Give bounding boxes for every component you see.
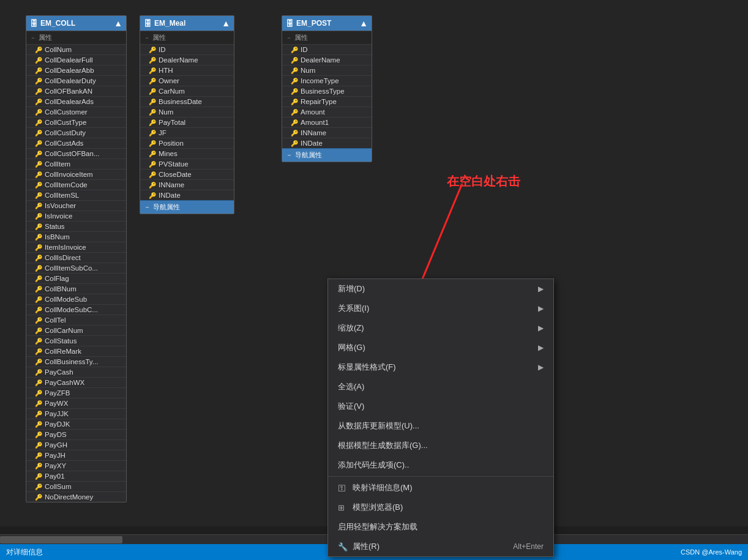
menu-item-add-code-gen[interactable]: 添加代码生成项(C).. <box>328 455 553 475</box>
db-icon: 🗄 <box>30 19 38 28</box>
field-paygh: 🔑PayGH <box>26 439 126 450</box>
meal-field-dealername: 🔑DealerName <box>140 54 234 65</box>
field-colldealearads: 🔑CollDealearAds <box>26 96 126 106</box>
meal-field-indate: 🔑INDate <box>140 190 234 200</box>
field-collitemcode: 🔑CollItemCode <box>26 179 126 190</box>
field-isvoucher: 🔑IsVoucher <box>26 200 126 211</box>
meal-field-mines: 🔑Mines <box>140 148 234 159</box>
db-icon-post: 🗄 <box>286 19 294 28</box>
field-collmodesubc: 🔑CollModeSubC... <box>26 304 126 315</box>
scroll-thumb[interactable] <box>0 536 122 543</box>
meal-field-num: 🔑Num <box>140 106 234 117</box>
collapse-post-icon[interactable]: ▲ <box>359 18 368 28</box>
meal-field-id: 🔑ID <box>140 44 234 54</box>
db-icon-meal: 🗄 <box>144 19 152 28</box>
collapse-meal-icon[interactable]: ▲ <box>222 18 230 28</box>
field-collbnum: 🔑CollBNum <box>26 283 126 294</box>
field-collcusttype: 🔑CollCustType <box>26 117 126 127</box>
field-colldealearabb: 🔑CollDealearAbb <box>26 65 126 75</box>
meal-field-position: 🔑Position <box>140 138 234 148</box>
field-paywx: 🔑PayWX <box>26 398 126 408</box>
field-collcustads: 🔑CollCustAds <box>26 138 126 148</box>
field-payzfb: 🔑PayZFB <box>26 387 126 398</box>
post-field-dealername: 🔑DealerName <box>282 54 372 65</box>
field-itemisinvoice: 🔑ItemIsInvoice <box>26 242 126 252</box>
post-field-num: 🔑Num <box>282 65 372 75</box>
post-field-id: 🔑ID <box>282 44 372 54</box>
field-isbnum: 🔑IsBNum <box>26 231 126 242</box>
field-nodirectmoney: 🔑NoDirectMoney <box>26 491 126 502</box>
field-payxy: 🔑PayXY <box>26 460 126 471</box>
meal-field-closedate: 🔑CloseDate <box>140 169 234 179</box>
menu-item-add[interactable]: 新增(D) ▶ <box>328 279 553 299</box>
post-field-amount1: 🔑Amount1 <box>282 117 372 127</box>
field-collstatus: 🔑CollStatus <box>26 335 126 346</box>
menu-separator-1 <box>328 476 553 477</box>
menu-item-zoom[interactable]: 缩放(Z) ▶ <box>328 318 553 338</box>
menu-item-grid[interactable]: 网格(G) ▶ <box>328 338 553 357</box>
post-field-incometype: 🔑IncomeType <box>282 75 372 86</box>
post-field-indate: 🔑INDate <box>282 138 372 148</box>
submenu-arrow-zoom: ▶ <box>538 324 544 332</box>
field-collremark: 🔑CollReMark <box>26 346 126 356</box>
field-paycashwx: 🔑PayCashWX <box>26 377 126 387</box>
map-icon: ⚿ <box>338 483 348 493</box>
menu-item-selectall[interactable]: 全选(A) <box>328 377 553 397</box>
field-collbusinessty: 🔑CollBusinessTy... <box>26 356 126 367</box>
field-collcustduty: 🔑CollCustDuty <box>26 127 126 138</box>
status-right: CSDN @Ares-Wang <box>681 548 742 556</box>
post-field-inname: 🔑INName <box>282 127 372 138</box>
field-colflag: 🔑ColFlag <box>26 273 126 283</box>
menu-item-lightweight[interactable]: 启用轻型解决方案加载 <box>328 517 553 537</box>
meal-field-carnum: 🔑CarNum <box>140 86 234 96</box>
em-post-title: EM_POST <box>296 19 331 28</box>
field-colltel: 🔑CollTel <box>26 315 126 325</box>
em-meal-attr-section: － 属性 <box>140 31 234 44</box>
field-paydjk: 🔑PayDJK <box>26 419 126 429</box>
menu-item-model-browser[interactable]: ⊞ 模型浏览器(B) <box>328 498 553 517</box>
field-collnum: 🔑CollNum <box>26 44 126 54</box>
menu-item-update-from-db[interactable]: 从数据库更新模型(U)... <box>328 416 553 436</box>
field-collmodesub: 🔑CollModeSub <box>26 294 126 304</box>
em-meal-header[interactable]: 🗄 EM_Meal ▲ <box>140 16 234 31</box>
status-left: 对详细信息 <box>6 547 43 558</box>
menu-item-mapping[interactable]: ⚿ 映射详细信息(M) <box>328 478 553 498</box>
em-post-attr-section: － 属性 <box>282 31 372 44</box>
post-field-businesstype: 🔑BusinessType <box>282 86 372 96</box>
collapse-icon[interactable]: ▲ <box>114 18 122 28</box>
post-field-repairtype: 🔑RepairType <box>282 96 372 106</box>
em-coll-header[interactable]: 🗄 EM_COLL ▲ <box>26 16 126 31</box>
menu-item-properties[interactable]: 🔧 属性(R) Alt+Enter <box>328 537 553 556</box>
em-coll-card: 🗄 EM_COLL ▲ － 属性 🔑CollNum 🔑CollDealearFu… <box>26 15 127 502</box>
meal-field-inname: 🔑INName <box>140 179 234 190</box>
em-post-nav-section: － 导航属性 <box>282 148 372 162</box>
em-post-header[interactable]: 🗄 EM_POST ▲ <box>282 16 372 31</box>
field-collcarnum: 🔑CollCarNum <box>26 325 126 335</box>
field-collddealearduty: 🔑CollDealearDuty <box>26 75 126 86</box>
menu-item-format[interactable]: 标显属性格式(F) ▶ <box>328 357 553 377</box>
meal-field-pvstatue: 🔑PVStatue <box>140 159 234 169</box>
field-collcustofban: 🔑CollCustOFBan... <box>26 148 126 159</box>
em-coll-attr-section: － 属性 <box>26 31 126 44</box>
field-status: 🔑Status <box>26 221 126 231</box>
field-collofbankan: 🔑CollOFBankAN <box>26 86 126 96</box>
field-collcustomer: 🔑CollCustomer <box>26 106 126 117</box>
field-collsum: 🔑CollSum <box>26 481 126 491</box>
menu-item-validate[interactable]: 验证(V) <box>328 397 553 416</box>
field-pay01: 🔑Pay01 <box>26 471 126 481</box>
status-text: 对详细信息 <box>6 547 43 558</box>
field-payjjk: 🔑PayJJK <box>26 408 126 419</box>
field-collisdirect: 🔑CollIsDirect <box>26 252 126 263</box>
menu-item-relation[interactable]: 关系图(I) ▶ <box>328 299 553 318</box>
meal-field-hth: 🔑HTH <box>140 65 234 75</box>
meal-field-owner: 🔑Owner <box>140 75 234 86</box>
field-isinvoice: 🔑IsInvoice <box>26 211 126 221</box>
field-collinvoiceitem: 🔑CollInvoiceItem <box>26 169 126 179</box>
em-coll-title: EM_COLL <box>40 19 75 28</box>
menu-item-gen-db[interactable]: 根据模型生成数据库(G)... <box>328 436 553 455</box>
field-collitem: 🔑CollItem <box>26 159 126 169</box>
submenu-arrow-add: ▶ <box>538 285 544 293</box>
field-collitemsubco: 🔑CollItemSubCo... <box>26 263 126 273</box>
field-colldealearfull: 🔑CollDealearFull <box>26 54 126 65</box>
field-paycash: 🔑PayCash <box>26 367 126 377</box>
